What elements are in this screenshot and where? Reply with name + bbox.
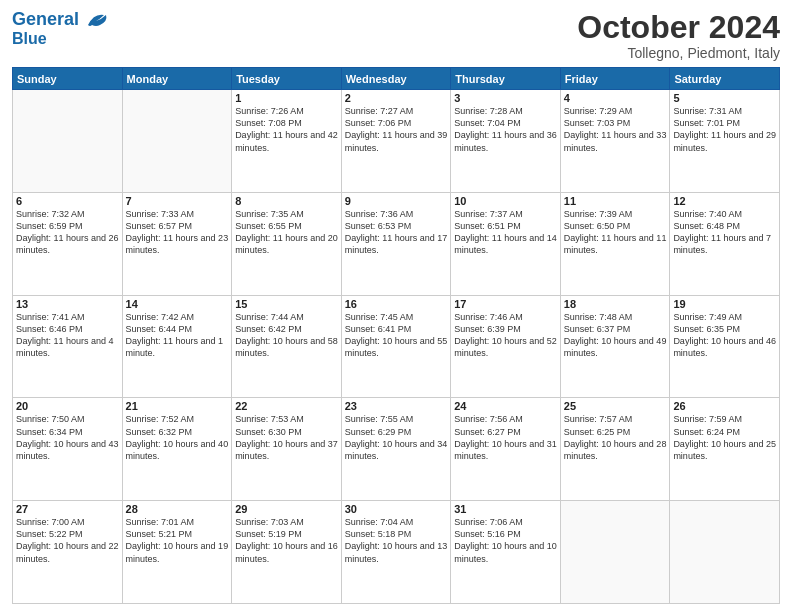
calendar-week-row: 20Sunrise: 7:50 AMSunset: 6:34 PMDayligh… [13, 398, 780, 501]
day-number: 7 [126, 195, 229, 207]
day-number: 4 [564, 92, 667, 104]
day-info: Sunrise: 7:44 AMSunset: 6:42 PMDaylight:… [235, 311, 338, 360]
day-number: 11 [564, 195, 667, 207]
day-info: Sunrise: 7:50 AMSunset: 6:34 PMDaylight:… [16, 413, 119, 462]
calendar-cell: 19Sunrise: 7:49 AMSunset: 6:35 PMDayligh… [670, 295, 780, 398]
day-number: 31 [454, 503, 557, 515]
day-number: 1 [235, 92, 338, 104]
calendar-cell [13, 90, 123, 193]
calendar-cell: 9Sunrise: 7:36 AMSunset: 6:53 PMDaylight… [341, 192, 451, 295]
day-number: 14 [126, 298, 229, 310]
title-block: October 2024 Tollegno, Piedmont, Italy [577, 10, 780, 61]
logo-bird-icon [86, 11, 108, 29]
day-number: 26 [673, 400, 776, 412]
logo-text: General [12, 10, 108, 30]
day-info: Sunrise: 7:46 AMSunset: 6:39 PMDaylight:… [454, 311, 557, 360]
day-info: Sunrise: 7:29 AMSunset: 7:03 PMDaylight:… [564, 105, 667, 154]
header: General Blue October 2024 Tollegno, Pied… [12, 10, 780, 61]
day-info: Sunrise: 7:39 AMSunset: 6:50 PMDaylight:… [564, 208, 667, 257]
calendar-header-saturday: Saturday [670, 68, 780, 90]
calendar-week-row: 27Sunrise: 7:00 AMSunset: 5:22 PMDayligh… [13, 501, 780, 604]
day-number: 22 [235, 400, 338, 412]
calendar-header-sunday: Sunday [13, 68, 123, 90]
day-number: 28 [126, 503, 229, 515]
calendar-week-row: 1Sunrise: 7:26 AMSunset: 7:08 PMDaylight… [13, 90, 780, 193]
day-number: 9 [345, 195, 448, 207]
day-number: 3 [454, 92, 557, 104]
day-info: Sunrise: 7:31 AMSunset: 7:01 PMDaylight:… [673, 105, 776, 154]
day-number: 5 [673, 92, 776, 104]
calendar-cell: 12Sunrise: 7:40 AMSunset: 6:48 PMDayligh… [670, 192, 780, 295]
calendar-cell: 22Sunrise: 7:53 AMSunset: 6:30 PMDayligh… [232, 398, 342, 501]
calendar-header-thursday: Thursday [451, 68, 561, 90]
day-info: Sunrise: 7:36 AMSunset: 6:53 PMDaylight:… [345, 208, 448, 257]
day-number: 12 [673, 195, 776, 207]
calendar-cell: 25Sunrise: 7:57 AMSunset: 6:25 PMDayligh… [560, 398, 670, 501]
calendar-header-row: SundayMondayTuesdayWednesdayThursdayFrid… [13, 68, 780, 90]
calendar-cell: 27Sunrise: 7:00 AMSunset: 5:22 PMDayligh… [13, 501, 123, 604]
calendar-cell: 24Sunrise: 7:56 AMSunset: 6:27 PMDayligh… [451, 398, 561, 501]
calendar-header-wednesday: Wednesday [341, 68, 451, 90]
day-info: Sunrise: 7:56 AMSunset: 6:27 PMDaylight:… [454, 413, 557, 462]
calendar-cell: 31Sunrise: 7:06 AMSunset: 5:16 PMDayligh… [451, 501, 561, 604]
day-info: Sunrise: 7:37 AMSunset: 6:51 PMDaylight:… [454, 208, 557, 257]
calendar-cell: 6Sunrise: 7:32 AMSunset: 6:59 PMDaylight… [13, 192, 123, 295]
calendar-header-tuesday: Tuesday [232, 68, 342, 90]
day-info: Sunrise: 7:01 AMSunset: 5:21 PMDaylight:… [126, 516, 229, 565]
calendar-cell: 2Sunrise: 7:27 AMSunset: 7:06 PMDaylight… [341, 90, 451, 193]
month-title: October 2024 [577, 10, 780, 45]
logo-text-blue: Blue [12, 30, 47, 48]
day-info: Sunrise: 7:06 AMSunset: 5:16 PMDaylight:… [454, 516, 557, 565]
calendar-cell: 10Sunrise: 7:37 AMSunset: 6:51 PMDayligh… [451, 192, 561, 295]
day-number: 27 [16, 503, 119, 515]
day-info: Sunrise: 7:55 AMSunset: 6:29 PMDaylight:… [345, 413, 448, 462]
day-info: Sunrise: 7:57 AMSunset: 6:25 PMDaylight:… [564, 413, 667, 462]
location: Tollegno, Piedmont, Italy [577, 45, 780, 61]
calendar-cell: 14Sunrise: 7:42 AMSunset: 6:44 PMDayligh… [122, 295, 232, 398]
day-info: Sunrise: 7:45 AMSunset: 6:41 PMDaylight:… [345, 311, 448, 360]
day-info: Sunrise: 7:52 AMSunset: 6:32 PMDaylight:… [126, 413, 229, 462]
day-number: 21 [126, 400, 229, 412]
calendar-cell: 16Sunrise: 7:45 AMSunset: 6:41 PMDayligh… [341, 295, 451, 398]
day-number: 18 [564, 298, 667, 310]
calendar-cell: 26Sunrise: 7:59 AMSunset: 6:24 PMDayligh… [670, 398, 780, 501]
day-info: Sunrise: 7:04 AMSunset: 5:18 PMDaylight:… [345, 516, 448, 565]
day-number: 23 [345, 400, 448, 412]
day-number: 17 [454, 298, 557, 310]
calendar-cell: 5Sunrise: 7:31 AMSunset: 7:01 PMDaylight… [670, 90, 780, 193]
day-info: Sunrise: 7:59 AMSunset: 6:24 PMDaylight:… [673, 413, 776, 462]
day-info: Sunrise: 7:35 AMSunset: 6:55 PMDaylight:… [235, 208, 338, 257]
calendar-cell: 8Sunrise: 7:35 AMSunset: 6:55 PMDaylight… [232, 192, 342, 295]
calendar-cell: 18Sunrise: 7:48 AMSunset: 6:37 PMDayligh… [560, 295, 670, 398]
day-info: Sunrise: 7:26 AMSunset: 7:08 PMDaylight:… [235, 105, 338, 154]
calendar-header-monday: Monday [122, 68, 232, 90]
calendar-week-row: 6Sunrise: 7:32 AMSunset: 6:59 PMDaylight… [13, 192, 780, 295]
calendar-cell: 28Sunrise: 7:01 AMSunset: 5:21 PMDayligh… [122, 501, 232, 604]
calendar-cell: 29Sunrise: 7:03 AMSunset: 5:19 PMDayligh… [232, 501, 342, 604]
day-number: 6 [16, 195, 119, 207]
calendar-cell [122, 90, 232, 193]
day-number: 30 [345, 503, 448, 515]
day-info: Sunrise: 7:40 AMSunset: 6:48 PMDaylight:… [673, 208, 776, 257]
day-number: 25 [564, 400, 667, 412]
day-number: 20 [16, 400, 119, 412]
day-info: Sunrise: 7:41 AMSunset: 6:46 PMDaylight:… [16, 311, 119, 360]
day-info: Sunrise: 7:53 AMSunset: 6:30 PMDaylight:… [235, 413, 338, 462]
day-info: Sunrise: 7:03 AMSunset: 5:19 PMDaylight:… [235, 516, 338, 565]
day-info: Sunrise: 7:27 AMSunset: 7:06 PMDaylight:… [345, 105, 448, 154]
calendar-cell: 11Sunrise: 7:39 AMSunset: 6:50 PMDayligh… [560, 192, 670, 295]
day-info: Sunrise: 7:32 AMSunset: 6:59 PMDaylight:… [16, 208, 119, 257]
calendar-cell: 7Sunrise: 7:33 AMSunset: 6:57 PMDaylight… [122, 192, 232, 295]
day-number: 29 [235, 503, 338, 515]
day-info: Sunrise: 7:48 AMSunset: 6:37 PMDaylight:… [564, 311, 667, 360]
calendar-cell: 13Sunrise: 7:41 AMSunset: 6:46 PMDayligh… [13, 295, 123, 398]
day-number: 16 [345, 298, 448, 310]
day-info: Sunrise: 7:00 AMSunset: 5:22 PMDaylight:… [16, 516, 119, 565]
calendar-cell: 20Sunrise: 7:50 AMSunset: 6:34 PMDayligh… [13, 398, 123, 501]
day-number: 24 [454, 400, 557, 412]
calendar-cell [670, 501, 780, 604]
day-info: Sunrise: 7:49 AMSunset: 6:35 PMDaylight:… [673, 311, 776, 360]
logo: General Blue [12, 10, 108, 47]
day-info: Sunrise: 7:33 AMSunset: 6:57 PMDaylight:… [126, 208, 229, 257]
calendar-cell: 4Sunrise: 7:29 AMSunset: 7:03 PMDaylight… [560, 90, 670, 193]
